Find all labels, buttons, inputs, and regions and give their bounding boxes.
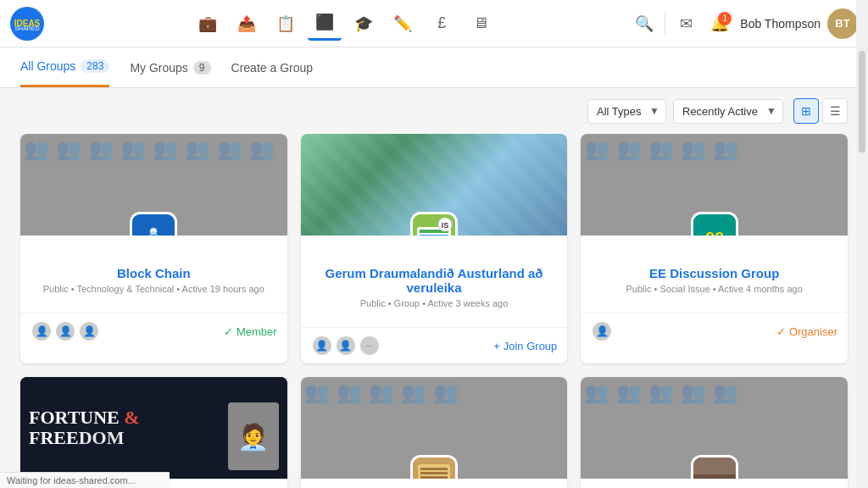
organiser-action-ee[interactable]: ✓ Organiser [776,325,837,338]
svg-rect-28 [693,474,736,479]
card-header-selfhelp: 👥👥👥👥👥 Self-Help [301,377,568,479]
member-avatar-3: 👤 [78,320,100,342]
member-avatar-ee1: 👤 [591,320,613,342]
card-footer-blockchain: 👤 👤 👤 ✓ Member [20,313,287,349]
scrollbar[interactable] [856,0,868,488]
list-view-button[interactable]: ☰ [822,98,848,124]
card-body-selfhelp: Self-Help Public • Education & Learning … [301,479,568,488]
search-icon[interactable]: 🔍 [631,10,658,37]
card-header-gerum: IS [301,134,568,236]
group-card-blockchain[interactable]: 👥👥👥👥👥👥👥👥 BLOCK CHAIN Block Chain Public … [20,134,287,363]
member-avatar-1: 👤 [31,320,53,342]
message-icon[interactable]: ✉ [672,10,699,37]
member-avatar-g3: ··· [359,335,381,357]
svg-text:IS: IS [442,221,449,230]
card-body-blockchain: Block Chain Public • Technology & Techni… [20,236,287,313]
card-header-fortune: FORTUNE & FREEDOM 🧑‍💼 [20,377,287,479]
all-groups-label: All Groups [20,59,75,73]
nav-icons: 💼 📤 📋 ⬛ 🎓 ✏️ £ 🖥 [64,7,624,41]
grid-view-button[interactable]: ⊞ [793,98,819,124]
view-toggle: ⊞ ☰ [793,98,848,124]
pen-icon[interactable]: ✏️ [386,7,420,41]
sort-filter-wrapper: Recently Active ▼ [673,99,783,124]
sort-filter[interactable]: Recently Active [673,99,783,124]
group-card-selfhelp[interactable]: 👥👥👥👥👥 Self-Help Self-Help Public • Educa… [301,377,568,488]
member-avatar-2: 👤 [54,320,76,342]
group-card-ee[interactable]: 👥👥👥👥👥 ee EE Discussion Group Public • So… [581,134,848,363]
card-body-gerum: Gerum Draumalandið Austurland að verulei… [301,236,568,327]
selfhelp-logo: Self-Help [410,455,458,479]
csuite-logo [691,455,738,479]
sub-nav: All Groups 283 My Groups 9 Create a Grou… [0,47,868,88]
member-avatars-gerum: 👤 👤 ··· [311,335,381,357]
nav-right: 🔍 ✉ 🔔 1 Bob Thompson BT [631,8,858,39]
notification-icon[interactable]: 🔔 1 [706,10,733,37]
svg-rect-14 [420,235,448,236]
card-footer-gerum: 👤 👤 ··· + Join Group [301,327,568,363]
blockchain-logo: BLOCK CHAIN [130,212,177,236]
member-avatar-g1: 👤 [311,335,333,357]
scrollbar-thumb [859,51,865,152]
edit-icon[interactable]: 📋 [269,7,303,41]
card-body-csuite: C Suite Public • Business • Active 5 mon… [581,479,848,488]
svg-rect-22 [420,468,448,470]
join-action-gerum[interactable]: + Join Group [493,340,557,352]
card-footer-ee: 👤 ✓ Organiser [581,313,848,349]
status-bar: Waiting for ideas-shared.com... [0,472,170,488]
card-header-ee: 👥👥👥👥👥 ee [581,134,848,236]
member-avatar-g2: 👤 [335,335,357,357]
avatar: BT [827,8,858,39]
svg-text:ee: ee [705,226,724,236]
notification-badge: 1 [718,12,732,25]
upload-icon[interactable]: 📤 [230,7,264,41]
card-header-blockchain: 👥👥👥👥👥👥👥👥 BLOCK CHAIN [20,134,287,236]
group-title-ee: EE Discussion Group [591,266,837,280]
screen-icon[interactable]: 🖥 [464,7,498,41]
groups-icon[interactable]: ⬛ [308,7,342,41]
type-filter[interactable]: All Types [587,99,666,124]
group-card-csuite[interactable]: 👥👥👥👥👥 C Suite Public • Business • Active… [581,377,848,488]
group-meta-gerum: Public • Group • Active 3 weeks ago [311,298,558,308]
card-header-csuite: 👥👥👥👥👥 [581,377,848,479]
my-groups-count: 9 [193,61,211,75]
member-avatars-blockchain: 👤 👤 👤 [31,320,100,342]
tab-my-groups[interactable]: My Groups 9 [130,49,210,86]
my-groups-label: My Groups [130,61,187,75]
filter-bar: All Types ▼ Recently Active ▼ ⊞ ☰ [0,88,868,134]
group-title-gerum: Gerum Draumalandið Austurland að verulei… [311,266,558,295]
svg-rect-24 [420,476,448,479]
create-group-link[interactable]: Create a Group [231,61,314,75]
user-name: Bob Thompson [740,17,821,30]
member-action-blockchain[interactable]: ✓ Member [224,325,277,338]
user-area[interactable]: Bob Thompson BT [740,8,858,39]
group-card-gerum[interactable]: IS Gerum Draumalandið Austurland að veru… [301,134,568,363]
ee-logo: ee [691,212,738,236]
member-avatars-ee: 👤 [591,320,613,342]
type-filter-wrapper: All Types ▼ [587,99,666,124]
nav-divider [665,12,665,36]
logo[interactable]: IDEAS SHARED [10,7,44,41]
tab-all-groups[interactable]: All Groups 283 [20,47,109,87]
svg-rect-23 [420,472,448,474]
gerum-logo: IS [410,212,458,236]
groups-grid: 👥👥👥👥👥👥👥👥 BLOCK CHAIN Block Chain Public … [0,134,868,488]
status-text: Waiting for ideas-shared.com... [7,475,136,485]
group-title-blockchain: Block Chain [31,266,277,280]
graduation-icon[interactable]: 🎓 [347,7,381,41]
top-nav: IDEAS SHARED 💼 📤 📋 ⬛ 🎓 ✏️ £ 🖥 🔍 ✉ 🔔 1 Bo… [0,0,868,47]
briefcase-icon[interactable]: 💼 [191,7,225,41]
all-groups-count: 283 [81,59,109,73]
group-meta-blockchain: Public • Technology & Technical • Active… [31,284,277,294]
card-body-ee: EE Discussion Group Public • Social Issu… [581,236,848,313]
currency-icon[interactable]: £ [425,7,459,41]
svg-text:SHARED: SHARED [14,25,39,30]
group-meta-ee: Public • Social Issue • Active 4 months … [591,284,837,294]
